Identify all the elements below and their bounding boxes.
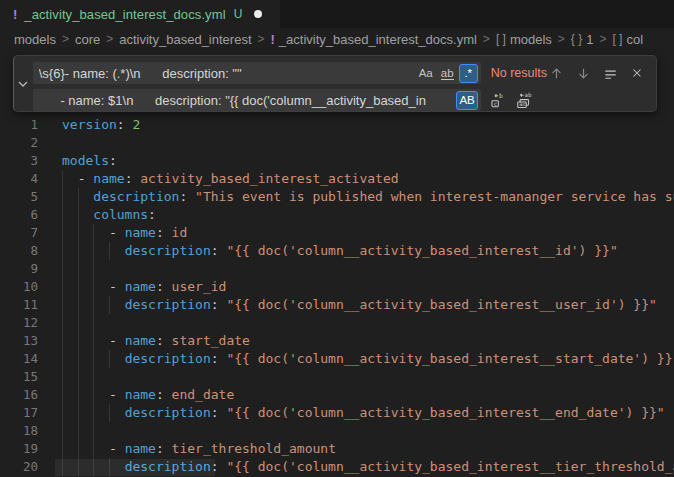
code-line-11[interactable]: 11 description: "{{ doc('column__activit…	[0, 296, 674, 314]
code-token: :	[125, 171, 141, 186]
breadcrumb-item-models[interactable]: models	[14, 32, 56, 47]
code-token: name	[125, 387, 156, 402]
breadcrumb-item-_activity_based_interest_docs.yml[interactable]: !_activity_based_interest_docs.yml	[271, 32, 477, 47]
line-number: 11	[0, 296, 38, 314]
code-token: :	[156, 333, 172, 348]
find-in-selection-button[interactable]	[601, 64, 619, 82]
preserve-case-toggle[interactable]: AB	[456, 91, 477, 110]
replace-input[interactable]	[33, 90, 457, 110]
indent-guide-line	[93, 242, 94, 260]
code-token: version	[62, 117, 117, 132]
code-token: name	[125, 441, 156, 456]
code-editor[interactable]: 1version: 223models:4 - name: activity_b…	[0, 50, 674, 477]
yaml-file-icon: !	[13, 7, 17, 22]
indent-guide-line	[109, 242, 110, 260]
code-token: name	[93, 171, 124, 186]
indent-guide-line	[78, 260, 79, 278]
line-number: 20	[0, 458, 38, 476]
close-find-button[interactable]	[628, 64, 646, 82]
code-line-4[interactable]: 4 - name: activity_based_interest_activa…	[0, 170, 674, 188]
code-line-6[interactable]: 6 columns:	[0, 206, 674, 224]
breadcrumb-item-activity_based_interest[interactable]: activity_based_interest	[119, 32, 251, 47]
code-token: :	[179, 189, 195, 204]
indent-guide-line	[62, 206, 63, 224]
code-token: :	[156, 279, 172, 294]
breadcrumb-item-1[interactable]: { }1	[571, 32, 594, 47]
indent-guide-line	[62, 314, 63, 332]
breadcrumb-item-col[interactable]: [ ]col	[612, 32, 643, 47]
indent-guide-line	[62, 224, 63, 242]
code-line-3[interactable]: 3models:	[0, 152, 674, 170]
find-row: Aa ab .* No results	[33, 61, 650, 85]
indent-guide-line	[78, 440, 79, 458]
previous-match-button[interactable]	[547, 64, 565, 82]
chevron-down-icon	[15, 76, 31, 92]
code-line-5[interactable]: 5 description: "This event is published …	[0, 188, 674, 206]
selection-lines-icon	[603, 66, 618, 81]
code-lines: 1version: 223models:4 - name: activity_b…	[0, 116, 674, 476]
code-token: :	[156, 225, 172, 240]
code-line-19[interactable]: 19 - name: tier_threshold_amount	[0, 440, 674, 458]
code-line-17[interactable]: 17 description: "{{ doc('column__activit…	[0, 404, 674, 422]
code-line-8[interactable]: 8 description: "{{ doc('column__activity…	[0, 242, 674, 260]
breadcrumb-label: 1	[586, 32, 593, 47]
tab-filename: _activity_based_interest_docs.yml	[24, 7, 225, 22]
line-number: 6	[0, 206, 38, 224]
breadcrumb: models>core>activity_based_interest>!_ac…	[0, 28, 674, 50]
replace-icon: b c	[489, 92, 506, 109]
breadcrumb-item-core[interactable]: core	[75, 32, 100, 47]
code-line-12[interactable]: 12	[0, 314, 674, 332]
code-line-13[interactable]: 13 - name: start_date	[0, 332, 674, 350]
line-number: 10	[0, 278, 38, 296]
code-line-9[interactable]: 9	[0, 260, 674, 278]
replace-all-button[interactable]: ab ac	[515, 91, 533, 109]
code-line-14[interactable]: 14 description: "{{ doc('column__activit…	[0, 350, 674, 368]
code-token: description	[125, 243, 211, 258]
indent-guide-line	[62, 242, 63, 260]
close-icon	[630, 66, 644, 80]
line-number: 17	[0, 404, 38, 422]
breadcrumb-separator: >	[62, 32, 69, 46]
code-token: columns	[93, 207, 148, 222]
indent-guide-line	[93, 296, 94, 314]
indent-guide-line	[78, 224, 79, 242]
code-token: :	[211, 351, 227, 366]
code-line-18[interactable]: 18	[0, 422, 674, 440]
horizontal-scrollbar[interactable]	[55, 459, 215, 476]
code-token: user_id	[172, 279, 227, 294]
line-number: 3	[0, 152, 38, 170]
code-line-2[interactable]: 2	[0, 134, 674, 152]
indent-guide-line	[78, 386, 79, 404]
breadcrumb-label: core	[75, 32, 100, 47]
breadcrumb-item-models[interactable]: [ ]models	[496, 32, 552, 47]
indent-guide-line	[78, 350, 79, 368]
indent-guide-line	[93, 260, 94, 278]
unsaved-changes-dot-icon[interactable]	[254, 10, 262, 18]
code-line-1[interactable]: 1version: 2	[0, 116, 674, 134]
code-token: :	[148, 207, 156, 222]
indent-guide-line	[93, 314, 94, 332]
indent-guide-line	[62, 368, 63, 386]
next-match-button[interactable]	[574, 64, 592, 82]
code-token	[62, 225, 109, 240]
code-line-10[interactable]: 10 - name: user_id	[0, 278, 674, 296]
find-input[interactable]	[33, 63, 416, 83]
find-results-count: No results	[491, 66, 547, 80]
indent-guide-line	[78, 404, 79, 422]
breadcrumb-label: models	[14, 32, 56, 47]
tab-activity-based-interest-docs[interactable]: ! _activity_based_interest_docs.yml U	[0, 0, 280, 28]
code-line-15[interactable]: 15	[0, 368, 674, 386]
code-token	[62, 171, 78, 186]
line-number: 16	[0, 386, 38, 404]
indent-guide-line	[93, 386, 94, 404]
yaml-symbol-icon: !	[271, 32, 275, 47]
regex-toggle[interactable]: .*	[459, 64, 478, 83]
code-line-7[interactable]: 7 - name: id	[0, 224, 674, 242]
indent-guide-line	[78, 368, 79, 386]
code-token	[62, 441, 109, 456]
whole-word-toggle[interactable]: ab	[438, 64, 457, 83]
toggle-replace-button[interactable]	[14, 56, 33, 111]
replace-button[interactable]: b c	[489, 91, 507, 109]
match-case-toggle[interactable]: Aa	[416, 64, 436, 83]
code-line-16[interactable]: 16 - name: end_date	[0, 386, 674, 404]
